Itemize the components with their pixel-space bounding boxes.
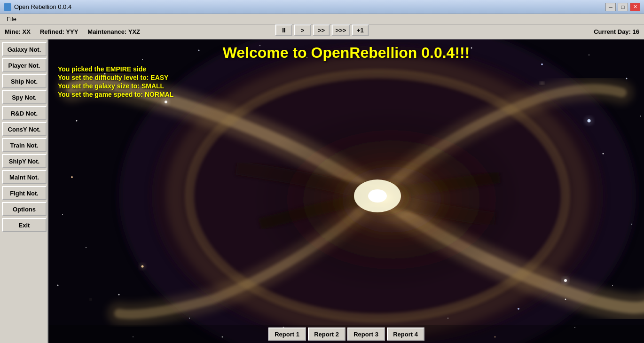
sidebar: Galaxy Not. Player Not. Ship Not. Spy No… <box>0 39 48 343</box>
svg-point-30 <box>631 224 632 225</box>
welcome-msg-4: You set the game speed to: NORMAL <box>58 91 635 98</box>
play1-button[interactable]: > <box>294 24 311 36</box>
svg-point-21 <box>86 247 86 248</box>
pause-button[interactable]: ⏸ <box>275 24 292 36</box>
statsbar: Mine: XX Refined: YYY Maintenance: YXZ ⏸… <box>0 24 644 39</box>
titlebar-left: Open Rebellion 0.0.4 <box>4 3 71 11</box>
refined-stat: Refined: YYY <box>40 28 78 35</box>
svg-point-22 <box>118 294 120 296</box>
svg-point-26 <box>518 308 519 310</box>
svg-point-43 <box>584 116 594 125</box>
report1-button[interactable]: Report 1 <box>268 327 306 341</box>
consy-not-button[interactable]: ConsY Not. <box>2 122 47 136</box>
welcome-messages: You picked the EMPIRE side You set the d… <box>58 65 635 98</box>
welcome-area: Welcome to OpenRebellion 0.0.4!!! You pi… <box>48 39 644 103</box>
svg-point-5 <box>236 102 518 290</box>
svg-point-20 <box>71 176 73 178</box>
report2-button[interactable]: Report 2 <box>308 327 346 341</box>
player-not-button[interactable]: Player Not. <box>2 58 47 72</box>
svg-point-28 <box>612 285 613 286</box>
svg-point-33 <box>57 285 59 286</box>
exit-button[interactable]: Exit <box>2 218 47 232</box>
svg-point-19 <box>603 153 604 155</box>
svg-point-23 <box>189 318 190 319</box>
close-button[interactable]: ✕ <box>630 3 640 11</box>
welcome-msg-1: You picked the EMPIRE side <box>58 65 635 73</box>
titlebar-title: Open Rebellion 0.0.4 <box>14 3 71 10</box>
report-bar: Report 1 Report 2 Report 3 Report 4 <box>48 325 644 343</box>
report3-button[interactable]: Report 3 <box>347 327 385 341</box>
game-icon <box>4 3 11 11</box>
menubar: File <box>0 14 644 24</box>
svg-point-4 <box>189 74 565 318</box>
play2-button[interactable]: >> <box>313 24 330 36</box>
svg-point-3 <box>175 64 580 327</box>
fight-not-button[interactable]: Fight Not. <box>2 186 47 200</box>
galaxy-not-button[interactable]: Galaxy Not. <box>2 42 47 56</box>
plus1-button[interactable]: +1 <box>352 24 369 36</box>
svg-point-40 <box>564 279 567 282</box>
spy-not-button[interactable]: Spy Not. <box>2 90 47 104</box>
main-area: Galaxy Not. Player Not. Ship Not. Spy No… <box>0 39 644 343</box>
titlebar: Open Rebellion 0.0.4 ─ □ ✕ <box>0 0 644 14</box>
rd-not-button[interactable]: R&D Not. <box>2 106 47 120</box>
svg-point-41 <box>562 277 569 284</box>
play3-button[interactable]: >>> <box>332 24 350 36</box>
svg-point-7 <box>354 179 401 212</box>
svg-point-18 <box>640 116 641 117</box>
svg-point-6 <box>321 158 434 234</box>
current-day: Current Day: 16 <box>594 28 639 35</box>
svg-point-46 <box>90 298 92 300</box>
menu-file[interactable]: File <box>3 15 20 23</box>
titlebar-controls: ─ □ ✕ <box>605 3 640 11</box>
svg-point-31 <box>76 120 78 122</box>
svg-point-42 <box>588 119 591 123</box>
speed-controls: ⏸ > >> >>> +1 <box>275 24 369 36</box>
shipy-not-button[interactable]: ShipY Not. <box>2 154 47 168</box>
options-button[interactable]: Options <box>2 202 47 216</box>
welcome-msg-2: You set the difficulty level to: EASY <box>58 74 635 81</box>
svg-point-25 <box>448 318 448 319</box>
svg-point-45 <box>139 263 146 270</box>
ship-not-button[interactable]: Ship Not. <box>2 74 47 88</box>
welcome-title: Welcome to OpenRebellion 0.0.4!!! <box>58 44 635 62</box>
minimize-button[interactable]: ─ <box>605 3 616 11</box>
welcome-msg-3: You set the galaxy size to: SMALL <box>58 82 635 90</box>
maint-not-button[interactable]: Maint Not. <box>2 170 47 184</box>
train-not-button[interactable]: Train Not. <box>2 138 47 152</box>
svg-point-8 <box>368 189 387 203</box>
mine-stat: Mine: XX <box>5 28 31 35</box>
svg-point-27 <box>565 299 566 300</box>
report4-button[interactable]: Report 4 <box>387 327 424 341</box>
maintenance-stat: Maintenance: YXZ <box>87 28 140 35</box>
statsbar-left: Mine: XX Refined: YYY Maintenance: YXZ <box>5 28 140 35</box>
content-area: Welcome to OpenRebellion 0.0.4!!! You pi… <box>48 39 644 343</box>
svg-point-44 <box>141 265 144 268</box>
svg-point-32 <box>62 214 63 215</box>
maximize-button[interactable]: □ <box>618 3 628 11</box>
